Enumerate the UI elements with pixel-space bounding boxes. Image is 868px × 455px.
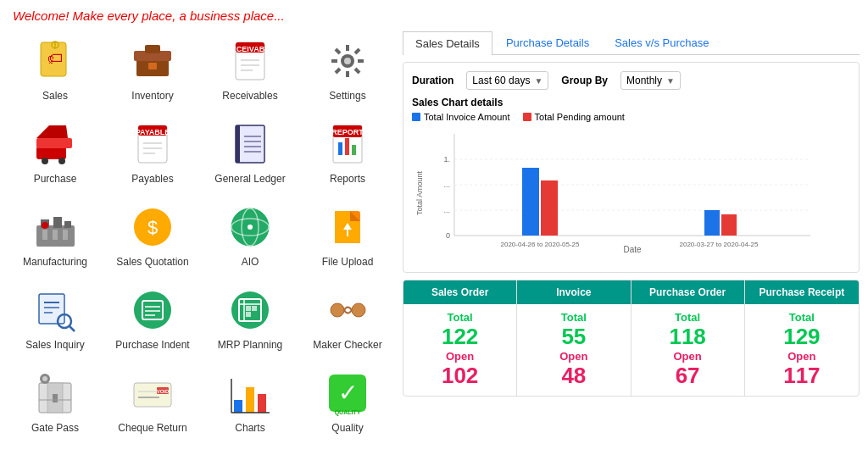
nav-manufacturing[interactable]: Manufacturing [8, 197, 102, 272]
groupby-dropdown[interactable]: Monthly ▼ [620, 71, 681, 90]
svg-text:0: 0 [446, 231, 450, 240]
maker-checker-icon [325, 287, 371, 334]
maker-checker-label: Maker Checker [313, 339, 381, 351]
chart-controls: Duration Last 60 days ▼ Group By Monthly… [412, 71, 850, 90]
nav-purchase-indent[interactable]: Purchase Indent [106, 280, 199, 355]
svg-rect-26 [36, 138, 72, 148]
svg-rect-50 [53, 217, 62, 228]
sales-label: Sales [42, 90, 68, 102]
svg-line-72 [70, 326, 75, 331]
stat-purchase-order-open-label: Open [636, 350, 740, 363]
svg-text:Date: Date [623, 245, 642, 254]
stat-purchase-receipt: Purchase Receipt Total 129 Open 117 [745, 280, 859, 396]
nav-general-ledger[interactable]: General Ledger [203, 114, 297, 189]
cheque-return-icon: VOID [130, 370, 176, 417]
svg-rect-83 [252, 306, 257, 311]
settings-icon [325, 38, 371, 85]
tab-sales-vs-purchase[interactable]: Sales v/s Purchase [603, 31, 721, 55]
nav-file-upload[interactable]: File Upload [301, 197, 394, 272]
chart-container: Duration Last 60 days ▼ Group By Monthly… [403, 62, 860, 273]
stat-sales-order-header: Sales Order [403, 280, 516, 304]
stat-purchase-order-total-value: 118 [636, 324, 740, 350]
svg-point-27 [42, 158, 48, 164]
svg-text:...: ... [443, 206, 450, 214]
stat-invoice-total-label: Total [521, 311, 626, 324]
purchase-indent-label: Purchase Indent [115, 339, 189, 351]
svg-rect-46 [345, 138, 349, 155]
nav-inventory[interactable]: Inventory [106, 31, 199, 106]
svg-marker-29 [36, 125, 68, 138]
nav-cheque-return[interactable]: VOID Cheque Return [106, 363, 199, 438]
legend-invoice-label: Total Invoice Amount [424, 112, 510, 122]
svg-text:2020-04-26 to 2020-05-25: 2020-04-26 to 2020-05-25 [501, 241, 581, 248]
tab-purchase-details[interactable]: Purchase Details [494, 31, 601, 55]
sales-chart: 0 ... ... 1. Total Amount Date 2020-04-2… [412, 125, 819, 261]
nav-charts[interactable]: Charts [203, 363, 297, 438]
nav-quality[interactable]: ✓ QUALITY Quality [301, 363, 394, 438]
duration-dropdown[interactable]: Last 60 days ▼ [466, 71, 548, 90]
stat-purchase-order-total-label: Total [636, 311, 740, 324]
file-upload-icon [325, 204, 371, 251]
sales-inquiry-label: Sales Inquiry [25, 339, 84, 351]
svg-rect-99 [246, 387, 254, 413]
gate-pass-label: Gate Pass [31, 422, 79, 434]
svg-line-24 [336, 69, 340, 73]
icon-grid-panel: 🏷 Sales Inventory [0, 27, 398, 442]
payables-icon: PAYABLE [130, 121, 176, 168]
nav-payables[interactable]: PAYABLE Payables [106, 114, 199, 189]
nav-aio[interactable]: AIO [203, 197, 297, 272]
stat-purchase-receipt-total-label: Total [749, 311, 854, 324]
receivables-label: Receivables [222, 90, 277, 102]
nav-gate-pass[interactable]: Gate Pass [8, 363, 102, 438]
svg-rect-91 [53, 394, 58, 402]
nav-receivables[interactable]: RECEIVABLE Receivables [203, 31, 297, 106]
sales-inquiry-icon [32, 287, 79, 334]
purchase-label: Purchase [34, 173, 77, 185]
svg-point-55 [42, 222, 48, 229]
stat-purchase-receipt-open-label: Open [749, 350, 854, 363]
stat-invoice-header: Invoice [517, 280, 630, 304]
svg-rect-45 [338, 142, 342, 155]
svg-line-22 [355, 69, 359, 73]
svg-rect-100 [258, 394, 266, 413]
nav-mrp-planning[interactable]: MRP Planning [203, 280, 297, 355]
legend-pending: Total Pending amount [523, 112, 625, 122]
payables-label: Payables [131, 173, 173, 185]
svg-rect-93 [134, 383, 171, 407]
stat-sales-order-open-value: 102 [408, 363, 512, 389]
file-upload-label: File Upload [322, 256, 374, 268]
sales-quotation-icon: $ [130, 204, 176, 251]
nav-sales[interactable]: 🏷 Sales [8, 31, 102, 106]
svg-point-61 [248, 225, 253, 230]
svg-rect-54 [63, 230, 68, 240]
stat-invoice: Invoice Total 55 Open 48 [517, 280, 631, 396]
svg-text:RECEIVABLE: RECEIVABLE [227, 45, 274, 53]
svg-rect-47 [352, 145, 356, 155]
aio-label: AIO [242, 256, 259, 268]
stat-invoice-open-label: Open [521, 350, 626, 363]
legend-pending-dot [523, 113, 531, 121]
legend-pending-label: Total Pending amount [535, 112, 625, 122]
svg-line-21 [336, 49, 340, 53]
nav-settings[interactable]: Settings [301, 31, 394, 106]
charts-label: Charts [235, 422, 264, 434]
nav-maker-checker[interactable]: Maker Checker [301, 280, 394, 355]
icon-grid: 🏷 Sales Inventory [8, 31, 390, 438]
mrp-planning-icon [227, 287, 274, 334]
manufacturing-label: Manufacturing [23, 256, 87, 268]
charts-icon [227, 370, 274, 417]
svg-rect-117 [522, 168, 539, 236]
purchase-icon [32, 121, 79, 168]
stat-purchase-receipt-open-value: 117 [749, 363, 854, 389]
duration-value: Last 60 days [472, 75, 530, 86]
nav-sales-quotation[interactable]: $ Sales Quotation [106, 197, 199, 272]
legend-invoice: Total Invoice Amount [412, 112, 510, 122]
tab-sales-details[interactable]: Sales Details [403, 31, 492, 55]
svg-rect-121 [721, 214, 737, 236]
nav-reports[interactable]: REPORT Reports [301, 114, 394, 189]
nav-purchase[interactable]: Purchase [8, 114, 102, 189]
nav-sales-inquiry[interactable]: Sales Inquiry [8, 280, 102, 355]
receivables-icon: RECEIVABLE [227, 38, 274, 85]
svg-rect-8 [148, 63, 157, 69]
chart-legend: Total Invoice Amount Total Pending amoun… [412, 112, 850, 122]
